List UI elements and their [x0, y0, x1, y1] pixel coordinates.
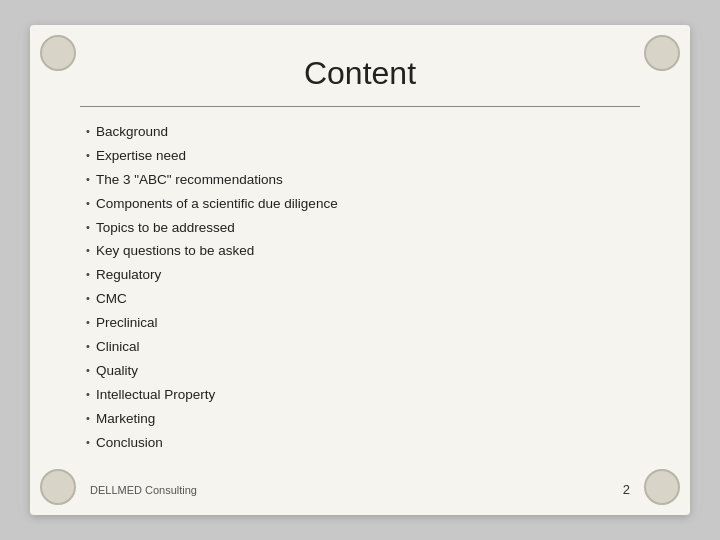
bullet-icon: •: [80, 196, 96, 211]
bullet-icon: •: [80, 172, 96, 187]
list-item: •Clinical: [80, 338, 640, 357]
list-item: •Conclusion: [80, 434, 640, 453]
corner-decoration-tl: [40, 35, 76, 71]
bullet-icon: •: [80, 315, 96, 330]
footer-brand: DELLMED Consulting: [90, 484, 197, 496]
corner-decoration-tr: [644, 35, 680, 71]
list-item-text: Marketing: [96, 410, 155, 429]
list-item-text: Conclusion: [96, 434, 163, 453]
corner-decoration-bl: [40, 469, 76, 505]
list-item-text: Background: [96, 123, 168, 142]
list-item: •Preclinical: [80, 314, 640, 333]
bullet-icon: •: [80, 148, 96, 163]
bullet-icon: •: [80, 339, 96, 354]
list-item-text: The 3 "ABC" recommendations: [96, 171, 283, 190]
list-item: •Expertise need: [80, 147, 640, 166]
list-item-text: Expertise need: [96, 147, 186, 166]
list-item-text: Regulatory: [96, 266, 161, 285]
list-item: •Components of a scientific due diligenc…: [80, 195, 640, 214]
bullet-icon: •: [80, 243, 96, 258]
title-divider: [80, 106, 640, 107]
list-item: •Regulatory: [80, 266, 640, 285]
list-item: •Key questions to be asked: [80, 242, 640, 261]
list-item-text: Components of a scientific due diligence: [96, 195, 338, 214]
bullet-icon: •: [80, 220, 96, 235]
list-item-text: CMC: [96, 290, 127, 309]
corner-decoration-br: [644, 469, 680, 505]
slide-footer: DELLMED Consulting 2: [90, 482, 630, 497]
list-item-text: Intellectual Property: [96, 386, 215, 405]
bullet-icon: •: [80, 435, 96, 450]
list-item: •The 3 "ABC" recommendations: [80, 171, 640, 190]
list-item-text: Clinical: [96, 338, 140, 357]
list-item: •CMC: [80, 290, 640, 309]
list-item: •Marketing: [80, 410, 640, 429]
bullet-icon: •: [80, 363, 96, 378]
slide: Content •Background•Expertise need•The 3…: [30, 25, 690, 515]
list-item-text: Topics to be addressed: [96, 219, 235, 238]
list-item-text: Preclinical: [96, 314, 158, 333]
list-item: •Quality: [80, 362, 640, 381]
bullet-icon: •: [80, 291, 96, 306]
footer-page: 2: [623, 482, 630, 497]
content-list: •Background•Expertise need•The 3 "ABC" r…: [80, 123, 640, 452]
list-item-text: Quality: [96, 362, 138, 381]
bullet-icon: •: [80, 124, 96, 139]
list-item-text: Key questions to be asked: [96, 242, 254, 261]
bullet-icon: •: [80, 267, 96, 282]
bullet-icon: •: [80, 387, 96, 402]
slide-title: Content: [80, 55, 640, 92]
list-item: •Background: [80, 123, 640, 142]
list-item: •Topics to be addressed: [80, 219, 640, 238]
bullet-icon: •: [80, 411, 96, 426]
list-item: •Intellectual Property: [80, 386, 640, 405]
